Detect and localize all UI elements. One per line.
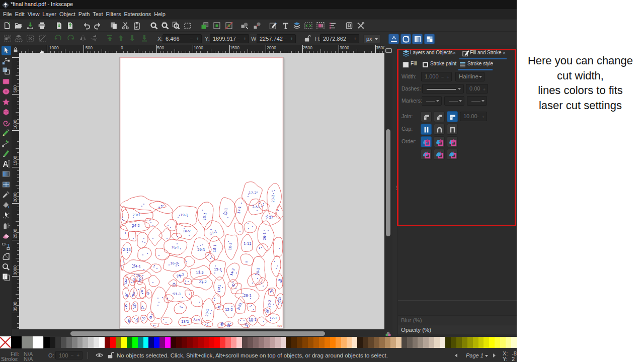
color-swatch[interactable] [165,337,171,348]
order-mfs-button[interactable] [421,149,432,160]
tgl-corners-toggle[interactable] [400,34,411,44]
menu-path[interactable]: Path [77,11,92,18]
pattern-piece[interactable] [128,231,136,241]
rotate-ccw-button[interactable] [54,34,62,42]
color-swatch[interactable] [478,337,484,348]
tgl-pattern-toggle[interactable] [424,34,435,44]
swatch-none[interactable] [0,336,11,348]
tool-star[interactable] [2,98,11,107]
color-swatch[interactable] [159,337,165,348]
color-swatch[interactable] [110,337,116,348]
tgl-gradient-toggle[interactable] [412,34,423,44]
pattern-piece[interactable] [130,288,137,299]
order-sfm-button[interactable] [434,136,445,147]
width-unit-dropdown[interactable]: Hairline [455,72,485,81]
pattern-piece[interactable] [215,303,224,310]
color-swatch[interactable] [445,337,451,348]
tool-zoom-tool[interactable] [2,262,11,272]
lock-ratio-icon[interactable] [303,35,311,42]
color-swatch[interactable] [336,337,341,348]
selection-touch-button[interactable] [39,34,47,42]
pattern-piece[interactable] [212,294,221,308]
color-swatch[interactable] [132,337,138,348]
color-swatch[interactable] [259,337,264,348]
color-swatch[interactable] [291,337,297,348]
flip-h-button[interactable] [79,34,87,42]
color-swatch[interactable] [352,337,357,348]
pattern-piece[interactable] [155,248,170,260]
color-swatch-large[interactable] [11,336,22,348]
color-swatch[interactable] [138,337,143,348]
preferences-button[interactable] [357,22,365,30]
menu-view[interactable]: View [26,11,41,18]
pattern-piece[interactable] [264,308,271,317]
join-round-button[interactable] [434,111,445,122]
color-swatch[interactable] [456,337,462,348]
join-bevel-button[interactable] [421,111,432,122]
paste-button[interactable] [133,22,141,30]
pattern-piece[interactable] [150,264,161,273]
color-swatch[interactable] [121,337,127,348]
page-caret-icon[interactable] [485,355,488,357]
color-swatch[interactable] [148,337,154,348]
miter-limit-spinbox[interactable]: 10.00− + [460,112,487,121]
color-swatch[interactable] [495,337,500,348]
opacity-bar[interactable]: Opacity (%) [398,325,517,334]
color-swatch[interactable] [500,337,506,348]
color-swatch[interactable] [401,337,407,348]
color-swatch[interactable] [451,337,456,348]
color-swatch[interactable] [313,337,319,348]
color-swatch[interactable] [209,337,215,348]
select-all-layers-button[interactable] [15,34,23,42]
tool-pencil[interactable] [2,128,11,138]
pattern-piece[interactable] [151,287,169,319]
subtab-stroke-style[interactable]: Stroke style [459,61,491,69]
horizontal-scrollbar-thumb[interactable] [70,331,325,336]
menu-object[interactable]: Object [58,11,77,18]
width-spinbox-buttons[interactable]: − + [441,74,449,80]
deselect-button[interactable] [26,34,34,42]
dash-offset-spinbox[interactable]: 0.00− + [466,84,488,94]
pattern-piece[interactable] [240,254,254,265]
color-swatch[interactable] [440,337,445,348]
color-swatch[interactable] [248,337,253,348]
menu-text[interactable]: Text [91,11,104,18]
duplicate-button[interactable] [201,22,209,30]
w-field-spinbox[interactable]: 2257.742− + [257,34,296,43]
blur-bar[interactable]: Blur (%) [398,315,517,325]
color-swatch[interactable] [116,337,121,348]
color-swatch[interactable] [467,337,473,348]
color-swatch[interactable] [286,337,291,348]
cap-round-button[interactable] [434,124,445,135]
width-spinbox[interactable]: 1.000− + [421,72,452,81]
cap-square-button[interactable] [447,124,458,135]
color-swatch[interactable] [429,337,434,348]
lower-bottom-button[interactable] [140,34,148,42]
pattern-piece[interactable] [271,256,281,277]
color-swatch-large[interactable] [22,336,33,348]
color-swatch[interactable] [330,337,336,348]
y-field-spin-buttons[interactable]: − + [237,36,247,42]
color-swatch[interactable] [225,337,231,348]
color-swatch[interactable] [341,337,347,348]
pattern-piece[interactable] [131,302,138,311]
canvas[interactable]: 17-223-22-512-2223-1219-115-122-117-124-… [19,53,384,329]
tool-rect[interactable] [2,77,11,86]
dialog-xml-button[interactable] [304,22,312,30]
color-swatch[interactable] [511,337,517,348]
clone-button[interactable] [213,22,221,30]
menu-filters[interactable]: Filters [105,11,123,18]
color-swatch[interactable] [418,337,423,348]
copy-button[interactable] [110,22,118,30]
color-swatch[interactable] [489,337,495,348]
tool-pages[interactable] [2,273,11,282]
color-swatch[interactable] [44,337,50,348]
color-swatch[interactable] [270,337,275,348]
pattern-piece[interactable] [244,222,257,233]
pattern-piece[interactable] [247,303,256,312]
color-swatch[interactable] [88,337,94,348]
color-swatch[interactable] [61,337,66,348]
color-swatch[interactable] [83,337,88,348]
h-field-spin-buttons[interactable]: − + [347,36,357,42]
select-all-button[interactable] [4,34,12,42]
